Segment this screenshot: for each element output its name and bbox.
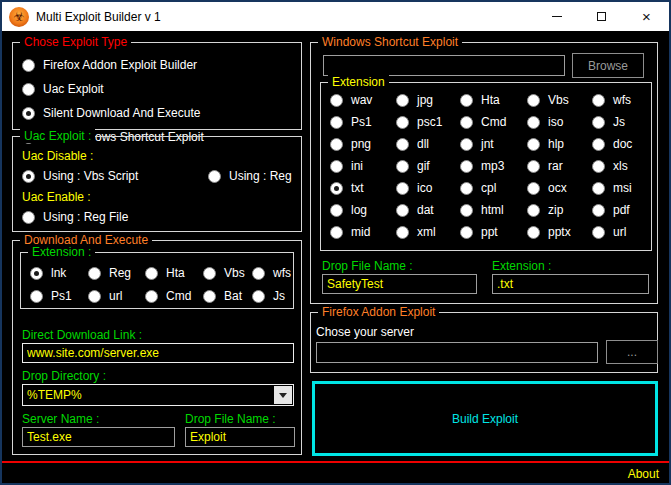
radio-doc[interactable]: doc [592, 137, 644, 151]
close-button[interactable]: × [624, 2, 669, 31]
radio-label: Ps1 [51, 289, 72, 303]
radio-ini[interactable]: ini [330, 159, 396, 173]
window-controls: × [534, 2, 669, 31]
direct-download-link-label: Direct Download Link : [22, 328, 142, 342]
radio-hta[interactable]: Hta [145, 266, 203, 280]
radio-label: url [613, 225, 626, 239]
radio-firefox-addon-exploit-builder[interactable]: Firefox Addon Exploit Builder [22, 58, 213, 72]
radio-psc1[interactable]: psc1 [396, 115, 460, 129]
radio-ppt[interactable]: ppt [460, 225, 527, 239]
radio-label: psc1 [417, 115, 442, 129]
radio-txt[interactable]: txt [330, 181, 396, 195]
radio-silent-download-and-execute[interactable]: Silent Download And Execute [22, 106, 294, 120]
radio-ps1[interactable]: Ps1 [330, 115, 396, 129]
radio-dat[interactable]: dat [396, 203, 460, 217]
radio-circle-icon [396, 204, 409, 217]
firefox-browse-button[interactable]: ... [606, 340, 658, 364]
radio-label: Hta [481, 93, 500, 107]
radio-url[interactable]: url [592, 225, 644, 239]
radio-circle-icon [527, 226, 540, 239]
radio-cmd[interactable]: Cmd [145, 289, 203, 303]
drop-file-name-input-right[interactable] [322, 274, 477, 294]
radio-circle-icon [527, 138, 540, 151]
browse-button[interactable]: Browse [572, 53, 644, 78]
radio-ps1[interactable]: Ps1 [30, 289, 88, 303]
radio-dll[interactable]: dll [396, 137, 460, 151]
radio-url[interactable]: url [88, 289, 145, 303]
radio-pptx[interactable]: pptx [527, 225, 592, 239]
radio-cpl[interactable]: cpl [460, 181, 527, 195]
radio-hta[interactable]: Hta [460, 93, 527, 107]
drop-directory-combobox[interactable]: %TEMP% [22, 384, 294, 406]
radio-ocx[interactable]: ocx [527, 181, 592, 195]
drop-file-name-label-right: Drop File Name : [322, 259, 413, 273]
radio-vbs[interactable]: Vbs [203, 266, 252, 280]
radio-using-vbs-script[interactable]: Using : Vbs Script [22, 169, 208, 183]
drop-file-name-input-left[interactable] [185, 427, 295, 447]
radio-circle-icon [252, 267, 265, 280]
radio-label: ico [417, 181, 432, 195]
firefox-server-input[interactable] [316, 342, 598, 363]
radio-iso[interactable]: iso [527, 115, 592, 129]
radio-reg[interactable]: Reg [88, 266, 145, 280]
radio-cmd[interactable]: Cmd [460, 115, 527, 129]
radio-ico[interactable]: ico [396, 181, 460, 195]
radio-gif[interactable]: gif [396, 159, 460, 173]
radio-label: dll [417, 137, 429, 151]
radio-jnt[interactable]: jnt [460, 137, 527, 151]
radio-label: doc [613, 137, 632, 151]
radio-js[interactable]: Js [592, 115, 644, 129]
radio-hlp[interactable]: hlp [527, 137, 592, 151]
radio-wfs[interactable]: wfs [252, 266, 294, 280]
radio-wfs[interactable]: wfs [592, 93, 644, 107]
radio-xls[interactable]: xls [592, 159, 644, 173]
uac-disable-options: Using : Vbs ScriptUsing : Reg [22, 169, 294, 183]
separator-line [2, 461, 669, 463]
radio-zip[interactable]: zip [527, 203, 592, 217]
radio-label: mp3 [481, 159, 504, 173]
radio-jpg[interactable]: jpg [396, 93, 460, 107]
radio-vbs[interactable]: Vbs [527, 93, 592, 107]
radio-js[interactable]: Js [252, 289, 294, 303]
radio-circle-icon [22, 211, 35, 224]
extension-input-right[interactable] [492, 274, 649, 294]
radio-circle-icon [527, 204, 540, 217]
maximize-icon [597, 12, 606, 21]
radio-circle-icon [396, 138, 409, 151]
chose-your-server-label: Chose your server [316, 325, 414, 339]
radio-mid[interactable]: mid [330, 225, 396, 239]
app-window: ☣ Multi Exploit Builder v 1 × Chose Expl… [0, 0, 671, 485]
radio-log[interactable]: log [330, 203, 396, 217]
uac-disable-label: Uac Disable : [22, 149, 93, 163]
uac-enable-label: Uac Enable : [22, 190, 91, 204]
radio-pdf[interactable]: pdf [592, 203, 644, 217]
minimize-button[interactable] [534, 2, 579, 31]
radio-label: Silent Download And Execute [43, 106, 200, 120]
radio-circle-icon [592, 182, 605, 195]
radio-label: Js [613, 115, 625, 129]
server-name-input[interactable] [22, 427, 175, 447]
radio-mp3[interactable]: mp3 [460, 159, 527, 173]
drop-file-name-label-left: Drop File Name : [185, 412, 276, 426]
radio-using-reg-file[interactable]: Using : Reg File [22, 210, 128, 224]
radio-label: pptx [548, 225, 571, 239]
radio-msi[interactable]: msi [592, 181, 644, 195]
maximize-button[interactable] [579, 2, 624, 31]
radio-xml[interactable]: xml [396, 225, 460, 239]
shortcut-path-input[interactable] [323, 55, 565, 76]
radio-bat[interactable]: Bat [203, 289, 252, 303]
radio-wav[interactable]: wav [330, 93, 396, 107]
radio-using-reg[interactable]: Using : Reg [208, 169, 292, 183]
radio-uac-exploit[interactable]: Uac Exploit [22, 82, 104, 96]
radio-label: wfs [273, 266, 291, 280]
radio-circle-icon [203, 267, 216, 280]
radio-rar[interactable]: rar [527, 159, 592, 173]
build-exploit-button[interactable]: Build Exploit [312, 381, 658, 456]
radio-circle-icon [396, 182, 409, 195]
radio-html[interactable]: html [460, 203, 527, 217]
radio-png[interactable]: png [330, 137, 396, 151]
drop-directory-dropdown-button[interactable] [274, 386, 292, 404]
direct-download-link-input[interactable] [22, 343, 294, 363]
about-link[interactable]: About [628, 467, 659, 481]
radio-lnk[interactable]: lnk [30, 266, 88, 280]
